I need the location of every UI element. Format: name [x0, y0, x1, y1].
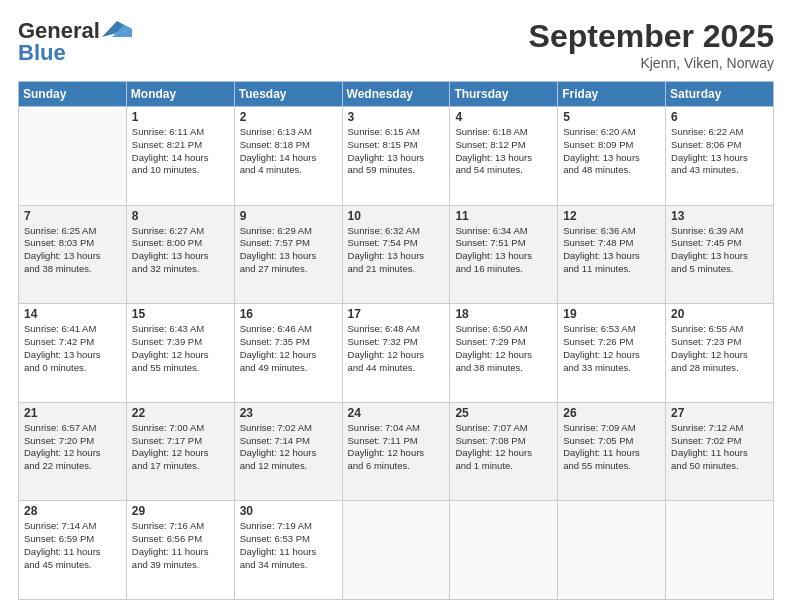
- calendar-cell: [342, 501, 450, 600]
- day-detail: Sunrise: 6:48 AM Sunset: 7:32 PM Dayligh…: [348, 323, 445, 374]
- calendar-cell: 24Sunrise: 7:04 AM Sunset: 7:11 PM Dayli…: [342, 402, 450, 501]
- day-number: 16: [240, 307, 337, 321]
- day-number: 12: [563, 209, 660, 223]
- calendar-cell: 14Sunrise: 6:41 AM Sunset: 7:42 PM Dayli…: [19, 304, 127, 403]
- calendar-cell: 8Sunrise: 6:27 AM Sunset: 8:00 PM Daylig…: [126, 205, 234, 304]
- calendar-day-header: Saturday: [666, 82, 774, 107]
- calendar-day-header: Thursday: [450, 82, 558, 107]
- day-number: 18: [455, 307, 552, 321]
- day-detail: Sunrise: 6:15 AM Sunset: 8:15 PM Dayligh…: [348, 126, 445, 177]
- calendar-cell: 10Sunrise: 6:32 AM Sunset: 7:54 PM Dayli…: [342, 205, 450, 304]
- day-detail: Sunrise: 6:13 AM Sunset: 8:18 PM Dayligh…: [240, 126, 337, 177]
- day-number: 19: [563, 307, 660, 321]
- day-detail: Sunrise: 7:16 AM Sunset: 6:56 PM Dayligh…: [132, 520, 229, 571]
- day-number: 13: [671, 209, 768, 223]
- day-detail: Sunrise: 6:39 AM Sunset: 7:45 PM Dayligh…: [671, 225, 768, 276]
- day-number: 28: [24, 504, 121, 518]
- day-number: 7: [24, 209, 121, 223]
- day-detail: Sunrise: 6:29 AM Sunset: 7:57 PM Dayligh…: [240, 225, 337, 276]
- calendar-cell: 18Sunrise: 6:50 AM Sunset: 7:29 PM Dayli…: [450, 304, 558, 403]
- calendar-cell: 11Sunrise: 6:34 AM Sunset: 7:51 PM Dayli…: [450, 205, 558, 304]
- day-number: 1: [132, 110, 229, 124]
- calendar-day-header: Monday: [126, 82, 234, 107]
- day-detail: Sunrise: 6:25 AM Sunset: 8:03 PM Dayligh…: [24, 225, 121, 276]
- day-number: 6: [671, 110, 768, 124]
- day-detail: Sunrise: 6:20 AM Sunset: 8:09 PM Dayligh…: [563, 126, 660, 177]
- calendar-week-row: 21Sunrise: 6:57 AM Sunset: 7:20 PM Dayli…: [19, 402, 774, 501]
- day-detail: Sunrise: 6:11 AM Sunset: 8:21 PM Dayligh…: [132, 126, 229, 177]
- day-number: 17: [348, 307, 445, 321]
- day-number: 11: [455, 209, 552, 223]
- calendar-cell: 27Sunrise: 7:12 AM Sunset: 7:02 PM Dayli…: [666, 402, 774, 501]
- day-detail: Sunrise: 6:57 AM Sunset: 7:20 PM Dayligh…: [24, 422, 121, 473]
- day-number: 5: [563, 110, 660, 124]
- calendar-day-header: Friday: [558, 82, 666, 107]
- day-number: 2: [240, 110, 337, 124]
- day-detail: Sunrise: 7:19 AM Sunset: 6:53 PM Dayligh…: [240, 520, 337, 571]
- calendar-cell: 15Sunrise: 6:43 AM Sunset: 7:39 PM Dayli…: [126, 304, 234, 403]
- day-number: 25: [455, 406, 552, 420]
- calendar-cell: 12Sunrise: 6:36 AM Sunset: 7:48 PM Dayli…: [558, 205, 666, 304]
- calendar-cell: [666, 501, 774, 600]
- day-detail: Sunrise: 6:34 AM Sunset: 7:51 PM Dayligh…: [455, 225, 552, 276]
- day-number: 9: [240, 209, 337, 223]
- day-number: 20: [671, 307, 768, 321]
- calendar-cell: 23Sunrise: 7:02 AM Sunset: 7:14 PM Dayli…: [234, 402, 342, 501]
- day-detail: Sunrise: 6:43 AM Sunset: 7:39 PM Dayligh…: [132, 323, 229, 374]
- location: Kjenn, Viken, Norway: [529, 55, 774, 71]
- calendar-cell: 5Sunrise: 6:20 AM Sunset: 8:09 PM Daylig…: [558, 107, 666, 206]
- logo-blue: Blue: [18, 40, 66, 66]
- title-block: September 2025 Kjenn, Viken, Norway: [529, 18, 774, 71]
- day-detail: Sunrise: 7:02 AM Sunset: 7:14 PM Dayligh…: [240, 422, 337, 473]
- day-number: 3: [348, 110, 445, 124]
- day-number: 4: [455, 110, 552, 124]
- day-detail: Sunrise: 6:46 AM Sunset: 7:35 PM Dayligh…: [240, 323, 337, 374]
- calendar-cell: 9Sunrise: 6:29 AM Sunset: 7:57 PM Daylig…: [234, 205, 342, 304]
- calendar-day-header: Wednesday: [342, 82, 450, 107]
- day-number: 8: [132, 209, 229, 223]
- day-detail: Sunrise: 6:18 AM Sunset: 8:12 PM Dayligh…: [455, 126, 552, 177]
- calendar-cell: 25Sunrise: 7:07 AM Sunset: 7:08 PM Dayli…: [450, 402, 558, 501]
- day-detail: Sunrise: 6:36 AM Sunset: 7:48 PM Dayligh…: [563, 225, 660, 276]
- month-title: September 2025: [529, 18, 774, 55]
- day-detail: Sunrise: 7:04 AM Sunset: 7:11 PM Dayligh…: [348, 422, 445, 473]
- calendar-cell: 22Sunrise: 7:00 AM Sunset: 7:17 PM Dayli…: [126, 402, 234, 501]
- calendar-cell: 13Sunrise: 6:39 AM Sunset: 7:45 PM Dayli…: [666, 205, 774, 304]
- calendar-cell: 19Sunrise: 6:53 AM Sunset: 7:26 PM Dayli…: [558, 304, 666, 403]
- day-number: 21: [24, 406, 121, 420]
- day-number: 27: [671, 406, 768, 420]
- day-detail: Sunrise: 6:55 AM Sunset: 7:23 PM Dayligh…: [671, 323, 768, 374]
- day-number: 23: [240, 406, 337, 420]
- calendar-cell: 6Sunrise: 6:22 AM Sunset: 8:06 PM Daylig…: [666, 107, 774, 206]
- logo: General Blue: [18, 18, 132, 66]
- day-detail: Sunrise: 6:50 AM Sunset: 7:29 PM Dayligh…: [455, 323, 552, 374]
- calendar-cell: [19, 107, 127, 206]
- calendar-header-row: SundayMondayTuesdayWednesdayThursdayFrid…: [19, 82, 774, 107]
- calendar-cell: 20Sunrise: 6:55 AM Sunset: 7:23 PM Dayli…: [666, 304, 774, 403]
- calendar-day-header: Tuesday: [234, 82, 342, 107]
- day-detail: Sunrise: 7:09 AM Sunset: 7:05 PM Dayligh…: [563, 422, 660, 473]
- day-number: 26: [563, 406, 660, 420]
- calendar-week-row: 14Sunrise: 6:41 AM Sunset: 7:42 PM Dayli…: [19, 304, 774, 403]
- calendar-table: SundayMondayTuesdayWednesdayThursdayFrid…: [18, 81, 774, 600]
- calendar-cell: 4Sunrise: 6:18 AM Sunset: 8:12 PM Daylig…: [450, 107, 558, 206]
- calendar-cell: 28Sunrise: 7:14 AM Sunset: 6:59 PM Dayli…: [19, 501, 127, 600]
- day-number: 22: [132, 406, 229, 420]
- calendar-cell: 16Sunrise: 6:46 AM Sunset: 7:35 PM Dayli…: [234, 304, 342, 403]
- day-number: 15: [132, 307, 229, 321]
- page: General Blue September 2025 Kjenn, Viken…: [0, 0, 792, 612]
- day-number: 29: [132, 504, 229, 518]
- day-number: 30: [240, 504, 337, 518]
- day-detail: Sunrise: 6:53 AM Sunset: 7:26 PM Dayligh…: [563, 323, 660, 374]
- day-number: 14: [24, 307, 121, 321]
- day-detail: Sunrise: 6:32 AM Sunset: 7:54 PM Dayligh…: [348, 225, 445, 276]
- day-number: 10: [348, 209, 445, 223]
- day-detail: Sunrise: 7:14 AM Sunset: 6:59 PM Dayligh…: [24, 520, 121, 571]
- calendar-cell: 30Sunrise: 7:19 AM Sunset: 6:53 PM Dayli…: [234, 501, 342, 600]
- calendar-cell: 3Sunrise: 6:15 AM Sunset: 8:15 PM Daylig…: [342, 107, 450, 206]
- calendar-cell: 7Sunrise: 6:25 AM Sunset: 8:03 PM Daylig…: [19, 205, 127, 304]
- logo-icon: [102, 19, 132, 39]
- calendar-cell: 1Sunrise: 6:11 AM Sunset: 8:21 PM Daylig…: [126, 107, 234, 206]
- header: General Blue September 2025 Kjenn, Viken…: [18, 18, 774, 71]
- calendar-cell: 2Sunrise: 6:13 AM Sunset: 8:18 PM Daylig…: [234, 107, 342, 206]
